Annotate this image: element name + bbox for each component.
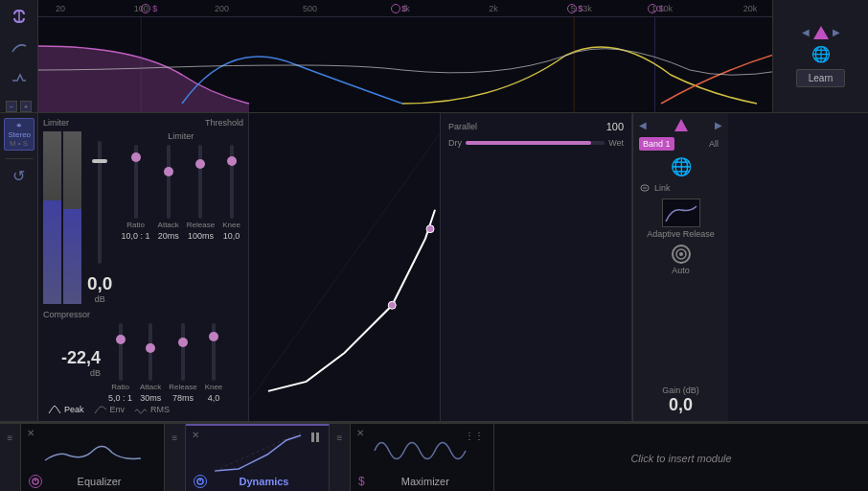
module-insert-slot[interactable]: Click to insert module bbox=[494, 424, 868, 491]
rms-btn[interactable]: RMS bbox=[134, 405, 170, 414]
band4-solo[interactable]: $ bbox=[659, 4, 664, 13]
eq-display: 20 100 200 500 1k 2k 5.53k 10.0k 20k $ bbox=[38, 0, 772, 112]
nav-controls: ◀ ▶ bbox=[802, 26, 840, 39]
env-btn[interactable]: Env bbox=[94, 405, 126, 414]
wet-label: Wet bbox=[608, 138, 624, 148]
band-nav-right[interactable]: ▶ bbox=[715, 120, 722, 130]
attack-label-top: Attack bbox=[158, 221, 179, 229]
threshold-header: Threshold bbox=[205, 118, 243, 128]
band3-power[interactable] bbox=[567, 4, 577, 13]
globe-icon-right[interactable]: 🌐 bbox=[671, 156, 692, 177]
equalizer-title: Equalizer bbox=[42, 476, 156, 487]
stereo-link-icon[interactable] bbox=[8, 5, 31, 28]
equalizer-controls: Equalizer bbox=[29, 475, 156, 488]
knee-track-bottom bbox=[212, 323, 216, 381]
meter-bar-right bbox=[63, 131, 81, 304]
ratio-value-top: 10,0 : 1 bbox=[122, 231, 150, 241]
minus-btn[interactable]: − bbox=[6, 101, 17, 112]
limiter-header: Limiter bbox=[43, 118, 69, 128]
gr-point-2[interactable] bbox=[426, 225, 434, 233]
attack-slider-top: Attack 20ms bbox=[158, 145, 179, 241]
plus-btn[interactable]: + bbox=[20, 101, 32, 112]
ratio-slider-top: Ratio 10,0 : 1 bbox=[122, 145, 150, 241]
equalizer-power-btn[interactable] bbox=[29, 475, 42, 488]
equalizer-mini-svg bbox=[40, 432, 146, 470]
limiter-content: 0,0 dB Limiter Ratio 10,0 : bbox=[43, 131, 243, 304]
limiter-section: Limiter Threshold bbox=[38, 113, 249, 421]
knee-thumb-top[interactable] bbox=[227, 156, 237, 166]
all-tab[interactable]: All bbox=[705, 137, 722, 151]
band2-solo[interactable]: $ bbox=[402, 4, 407, 13]
adaptive-release-section: Adaptive Release bbox=[639, 199, 722, 239]
threshold-thumb[interactable] bbox=[92, 159, 107, 163]
ratio-track-bottom bbox=[119, 323, 123, 381]
limiter-section-header: Limiter bbox=[118, 131, 243, 141]
band-tabs: Band 1 All bbox=[639, 137, 722, 151]
maximizer-mini-svg bbox=[370, 430, 475, 472]
list-icon[interactable]: ≡ bbox=[3, 430, 18, 445]
ratio-thumb-top[interactable] bbox=[131, 152, 141, 162]
gr-point-1[interactable] bbox=[388, 301, 396, 309]
gain-value: 0,0 bbox=[639, 395, 722, 415]
nav-left-arrow[interactable]: ◀ bbox=[802, 27, 810, 37]
pause-bar1 bbox=[311, 433, 314, 442]
dynamics-power-btn[interactable] bbox=[194, 475, 207, 488]
globe-icon[interactable]: 🌐 bbox=[811, 45, 831, 63]
auto-section: Auto bbox=[639, 245, 722, 275]
band3-solo[interactable]: $ bbox=[579, 4, 583, 13]
dry-wet-row: Dry Wet bbox=[448, 138, 624, 148]
ratio-label-bottom: Ratio bbox=[111, 383, 129, 391]
module-dynamics[interactable]: ✕ bbox=[186, 424, 330, 491]
release-thumb-bottom[interactable] bbox=[178, 338, 188, 347]
flat-curve-icon[interactable] bbox=[8, 66, 31, 89]
ratio-thumb-bottom[interactable] bbox=[116, 335, 126, 344]
release-slider-bottom: Release 78ms bbox=[169, 323, 196, 403]
module-equalizer[interactable]: ✕ Equalizer bbox=[21, 424, 165, 491]
knee-thumb-bottom[interactable] bbox=[209, 332, 218, 341]
band1-solo[interactable]: $ bbox=[152, 4, 157, 13]
learn-button[interactable]: Learn bbox=[796, 69, 846, 87]
threshold-slider-area: 0,0 dB bbox=[87, 131, 112, 304]
bottom-bar: ≡ ✕ Equalizer bbox=[0, 422, 868, 491]
knee-label-bottom: Knee bbox=[205, 383, 223, 391]
band1-tab[interactable]: Band 1 bbox=[639, 137, 674, 151]
stereo-mode-btn[interactable]: ⚭ Stereo M • S bbox=[4, 118, 34, 151]
band1-power[interactable] bbox=[141, 4, 150, 13]
attack-value-bottom: 30ms bbox=[140, 393, 161, 403]
globe-controls: 🌐 bbox=[811, 45, 831, 63]
release-thumb-top[interactable] bbox=[195, 159, 205, 169]
maximizer-s-icon[interactable]: $ bbox=[358, 475, 365, 488]
comp-threshold-unit: dB bbox=[43, 368, 101, 378]
dynamics-mini-svg bbox=[210, 431, 306, 473]
curve-icon[interactable] bbox=[8, 35, 31, 58]
dry-wet-track[interactable] bbox=[466, 141, 605, 145]
left-toolbar-middle: ⚭ Stereo M • S ↺ bbox=[0, 113, 38, 421]
threshold-track bbox=[98, 141, 102, 264]
maximizer-list-icon[interactable]: ≡ bbox=[332, 430, 348, 445]
detection-row: Peak Env RMS bbox=[43, 403, 243, 416]
dynamics-list-icon[interactable]: ≡ bbox=[168, 430, 183, 445]
dynamics-left-toolbar: ≡ bbox=[165, 424, 186, 491]
divider bbox=[5, 158, 34, 159]
knee-slider-bottom: Knee 4,0 bbox=[205, 323, 223, 403]
band4-power[interactable] bbox=[648, 4, 657, 13]
band-nav-left[interactable]: ◀ bbox=[639, 120, 647, 130]
middle-section: ⚭ Stereo M • S ↺ Limiter Threshold bbox=[0, 113, 868, 422]
comp-bottom-sliders: Ratio 5,0 : 1 Attack 30ms bbox=[108, 323, 222, 403]
band-shape-icon bbox=[813, 26, 829, 39]
auto-button[interactable] bbox=[672, 245, 691, 264]
nav-right-arrow[interactable]: ▶ bbox=[833, 27, 840, 37]
undo-icon[interactable]: ↺ bbox=[12, 167, 25, 185]
knee-value-top: 10,0 bbox=[223, 231, 240, 241]
band2-power[interactable] bbox=[391, 4, 400, 13]
link-label: Link bbox=[654, 183, 671, 193]
attack-thumb-top[interactable] bbox=[164, 167, 173, 176]
knee-track-top bbox=[230, 145, 234, 219]
globe-row: 🌐 bbox=[639, 156, 722, 177]
peak-btn[interactable]: Peak bbox=[48, 405, 84, 414]
module-maximizer[interactable]: ✕ ⋮⋮ $ Maximizer bbox=[351, 424, 494, 491]
meter-bar-left bbox=[43, 131, 61, 304]
attack-thumb-bottom[interactable] bbox=[146, 343, 155, 353]
ratio-track-top bbox=[134, 145, 138, 219]
dynamics-controls: Dynamics bbox=[194, 475, 321, 488]
